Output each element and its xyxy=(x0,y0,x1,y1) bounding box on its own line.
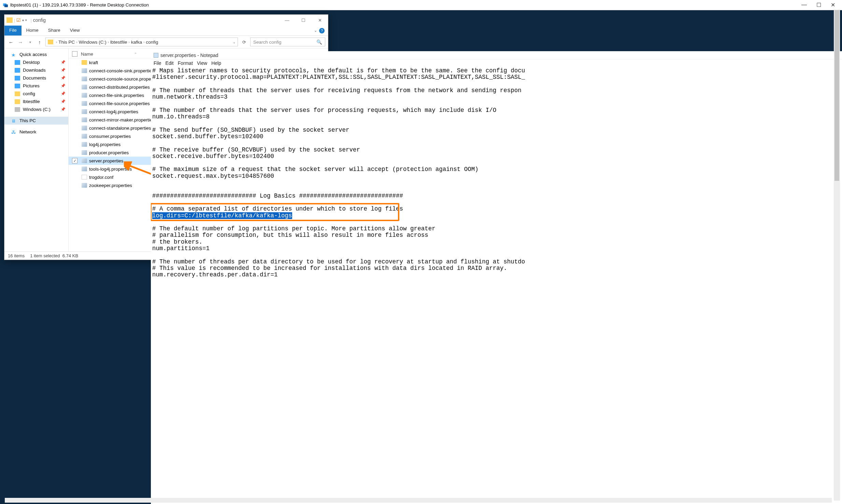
editor-line[interactable]: # The number of threads that the server … xyxy=(152,107,841,114)
row-checkbox[interactable] xyxy=(72,158,77,163)
ribbon-collapse-icon[interactable]: ⌄ xyxy=(314,28,317,33)
nav-downloads[interactable]: Downloads📌 xyxy=(4,66,68,74)
chevron-right-icon[interactable]: › xyxy=(76,40,77,44)
breadcrumb-drive[interactable]: Windows (C:) xyxy=(79,40,106,45)
editor-line[interactable] xyxy=(152,199,841,206)
column-name[interactable]: Name xyxy=(81,52,93,57)
nav-documents[interactable]: Documents📌 xyxy=(4,74,68,82)
editor-line[interactable]: socket.receive.buffer.bytes=102400 xyxy=(152,153,841,160)
refresh-button[interactable]: ⟳ xyxy=(240,40,248,45)
editor-line[interactable]: # The default number of log partitions p… xyxy=(152,226,841,232)
close-button[interactable]: ✕ xyxy=(831,2,835,8)
editor-line[interactable]: num.network.threads=3 xyxy=(152,94,841,100)
notepad-window[interactable]: server.properties - Notepad File Edit Fo… xyxy=(151,51,842,504)
tab-file[interactable]: File xyxy=(4,26,22,35)
editor-line[interactable] xyxy=(152,160,841,166)
menu-format[interactable]: Format xyxy=(178,60,193,66)
tab-home[interactable]: Home xyxy=(22,26,43,35)
editor-line[interactable] xyxy=(152,140,841,146)
maximize-button[interactable]: ☐ xyxy=(816,2,821,8)
nav-desktop[interactable]: Desktop📌 xyxy=(4,58,68,66)
editor-line[interactable]: # The number of threads that the server … xyxy=(152,87,841,94)
editor-line[interactable]: num.recovery.threads.per.data.dir=1 xyxy=(152,272,841,278)
editor-line[interactable]: num.io.threads=8 xyxy=(152,114,841,120)
editor-line[interactable] xyxy=(152,219,841,226)
breadcrumb-folder[interactable]: lbtestfile xyxy=(110,40,127,45)
chevron-right-icon[interactable]: › xyxy=(56,40,57,44)
tab-view[interactable]: View xyxy=(65,26,85,35)
editor-line[interactable]: # A comma separated list of directories … xyxy=(152,206,841,212)
select-all-checkbox[interactable] xyxy=(72,51,77,57)
editor-line[interactable]: # Maps listener names to security protoc… xyxy=(152,68,841,74)
editor-line[interactable] xyxy=(152,120,841,127)
editor-line[interactable] xyxy=(152,100,841,107)
nav-quick-access[interactable]: ★Quick access xyxy=(4,51,68,58)
pin-icon: 📌 xyxy=(61,91,66,96)
chevron-right-icon[interactable]: › xyxy=(108,40,109,44)
notepad-title-bar[interactable]: server.properties - Notepad xyxy=(151,51,842,59)
nav-config[interactable]: config📌 xyxy=(4,90,68,98)
nav-recent-icon[interactable]: ▾ xyxy=(26,40,34,44)
editor-line[interactable]: # parallelism for consumption, but this … xyxy=(152,232,841,239)
page-scrollbar-vertical[interactable] xyxy=(834,10,840,501)
editor-line[interactable]: log.dirs=C:/lbtestfile/kafka/kafka-logs xyxy=(152,213,841,219)
navigation-pane[interactable]: ★Quick access Desktop📌 Downloads📌 Docume… xyxy=(4,48,69,251)
qat-overflow-icon[interactable]: ▾ xyxy=(25,18,27,22)
prop-icon xyxy=(82,85,87,89)
explorer-minimize-button[interactable]: — xyxy=(279,15,295,25)
status-selected: 1 item selected 6.74 KB xyxy=(30,253,78,258)
editor-line[interactable]: socket.send.buffer.bytes=102400 xyxy=(152,133,841,140)
prop-icon xyxy=(82,167,87,171)
nav-this-pc[interactable]: 🖥This PC xyxy=(4,117,68,125)
file-name: server.properties xyxy=(89,158,124,163)
nav-forward-button[interactable]: → xyxy=(17,39,24,45)
nav-drive-c[interactable]: Windows (C:)📌 xyxy=(4,105,68,113)
breadcrumb-folder[interactable]: config xyxy=(146,40,158,45)
editor-line[interactable]: # This value is recommended to be increa… xyxy=(152,265,841,272)
notepad-text-area[interactable]: # Maps listener names to security protoc… xyxy=(151,67,842,279)
tab-share[interactable]: Share xyxy=(43,26,65,35)
menu-view[interactable]: View xyxy=(197,60,207,66)
editor-line[interactable]: # The maximum size of a request that the… xyxy=(152,166,841,173)
editor-line[interactable] xyxy=(152,252,841,258)
editor-line[interactable] xyxy=(152,186,841,192)
editor-line[interactable]: # The send buffer (SO_SNDBUF) used by th… xyxy=(152,127,841,133)
explorer-maximize-button[interactable]: ☐ xyxy=(295,15,312,25)
editor-line[interactable]: # the brokers. xyxy=(152,239,841,245)
check-icon[interactable]: ☑ xyxy=(16,17,21,23)
chevron-right-icon[interactable]: › xyxy=(143,40,144,44)
scrollbar-thumb[interactable] xyxy=(834,10,839,181)
explorer-title-bar[interactable]: | ☑ ▾ ▾ | config — ☐ ✕ xyxy=(4,15,328,26)
menu-help[interactable]: Help xyxy=(211,60,221,66)
minimize-button[interactable]: — xyxy=(801,2,807,8)
nav-up-button[interactable]: ↑ xyxy=(36,39,43,45)
address-bar[interactable]: › This PC › Windows (C:) › lbtestfile › … xyxy=(45,38,238,46)
explorer-close-button[interactable]: ✕ xyxy=(312,15,328,25)
editor-line[interactable]: # The receive buffer (SO_RCVBUF) used by… xyxy=(152,147,841,153)
menu-edit[interactable]: Edit xyxy=(166,60,174,66)
address-dropdown-icon[interactable]: ⌄ xyxy=(233,40,236,44)
editor-line[interactable]: ############################# Log Basics… xyxy=(152,193,841,199)
breadcrumb-this-pc[interactable]: This PC xyxy=(58,40,75,45)
editor-line[interactable]: num.partitions=1 xyxy=(152,245,841,252)
chevron-right-icon[interactable]: › xyxy=(129,40,130,44)
menu-file[interactable]: File xyxy=(154,60,161,66)
editor-line[interactable]: #listener.security.protocol.map=PLAINTEX… xyxy=(152,74,841,81)
editor-line[interactable] xyxy=(152,81,841,87)
breadcrumb-folder[interactable]: kafka xyxy=(131,40,142,45)
nav-network[interactable]: 🖧Network xyxy=(4,128,68,136)
nav-pictures[interactable]: Pictures📌 xyxy=(4,82,68,90)
search-input[interactable]: Search config 🔍 xyxy=(250,38,325,46)
editor-line[interactable] xyxy=(152,179,841,186)
qat-dropdown-icon[interactable]: ▾ xyxy=(22,18,24,22)
notepad-title: server.properties - Notepad xyxy=(160,53,218,58)
folder-icon xyxy=(48,40,53,44)
file-name: connect-console-source.properties xyxy=(89,76,160,82)
editor-line[interactable]: # The number of threads per data directo… xyxy=(152,259,841,265)
file-name: connect-distributed.properties xyxy=(89,85,150,90)
editor-line[interactable]: socket.request.max.bytes=104857600 xyxy=(152,173,841,179)
nav-lbtestfile[interactable]: lbtestfile📌 xyxy=(4,98,68,105)
page-scrollbar-horizontal[interactable] xyxy=(5,498,832,503)
nav-back-button[interactable]: ← xyxy=(7,39,15,45)
help-icon[interactable]: ? xyxy=(319,28,325,33)
